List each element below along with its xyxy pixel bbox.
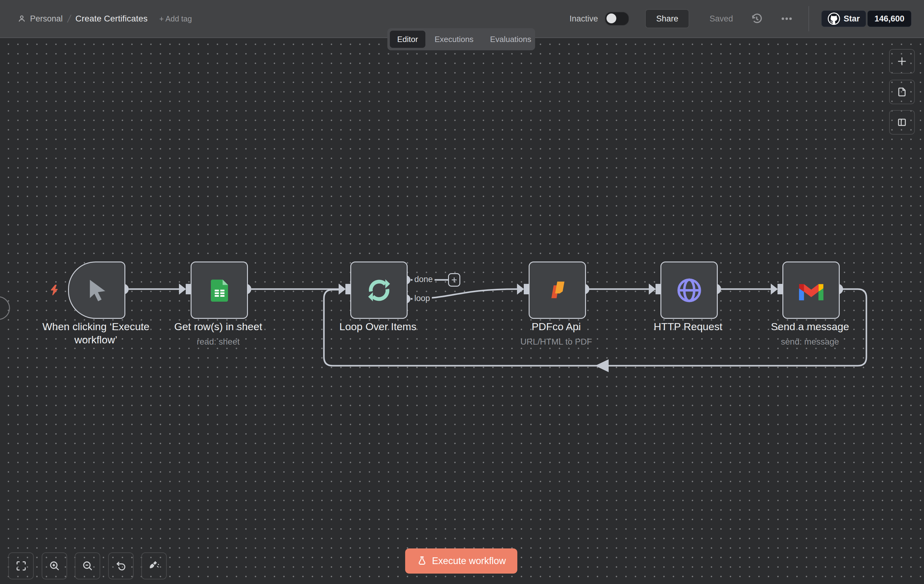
tidy-up-button[interactable] [141,553,167,579]
workflow-title[interactable]: Create Certificates [75,14,148,23]
view-tabs: Editor Executions Evaluations [388,28,535,50]
broom-icon [148,560,160,572]
tab-executions[interactable]: Executions [427,31,481,48]
wire-arrowhead [179,284,186,294]
wire-arrowhead [517,284,524,294]
execute-workflow-button[interactable]: Execute workflow [405,548,517,574]
toggle-knob [607,13,616,23]
execute-workflow-label: Execute workflow [432,556,506,566]
node-subtitle: send: message [742,335,878,348]
node-http-request[interactable] [660,261,718,319]
node-label-pdfco-api: PDFco Api URL/HTML to PDF [489,320,624,348]
github-star-button[interactable]: Star [821,10,866,27]
zoom-in-button[interactable] [42,553,67,579]
zoom-out-button[interactable] [75,553,100,579]
breadcrumb-project[interactable]: Personal [17,14,63,23]
header-actions: Inactive Share Saved [569,0,911,37]
split-panel-icon [896,116,908,128]
lightning-bolt-icon [49,285,59,296]
history-icon [751,13,763,25]
node-subtitle: read: sheet [151,335,285,348]
add-tag-button[interactable]: + Add tag [159,15,192,23]
tab-editor[interactable]: Editor [390,31,426,48]
person-icon [17,14,26,23]
node-loop-over-items[interactable] [350,261,408,319]
node-label-google-sheets: Get row(s) in sheet read: sheet [151,320,285,348]
zoom-to-fit-button[interactable] [8,553,34,579]
undo-icon [115,560,127,572]
node-subtitle: URL/HTML to PDF [489,335,624,348]
sync-loop-icon [365,276,393,304]
workflow-history-button[interactable] [750,12,763,25]
output-label-loop: loop [412,293,432,303]
globe-icon [675,276,703,304]
pdfco-documents-icon [544,277,571,304]
github-star-count[interactable]: 146,600 [867,10,911,27]
wire-arrowhead [771,284,778,294]
node-label-manual-trigger: When clicking ‘Execute workflow’ [36,320,156,346]
undo-button[interactable] [108,553,134,579]
note-icon [896,86,908,98]
plus-icon [450,276,458,284]
offscreen-node-edge [0,297,10,319]
github-octocat-icon [828,13,840,25]
more-options-button[interactable] [780,12,793,25]
output-label-done: done [412,275,435,285]
share-button[interactable]: Share [645,9,689,28]
tab-evaluations[interactable]: Evaluations [483,31,538,48]
node-google-sheets[interactable] [191,261,248,319]
node-label-loop-over-items: Loop Over Items [310,320,445,333]
activation-status-label: Inactive [569,14,598,23]
flask-icon [416,556,427,566]
ellipsis-icon [780,13,793,25]
header-divider [808,6,809,31]
activation-toggle[interactable] [605,12,629,26]
saved-status: Saved [710,14,733,23]
plus-icon [896,56,908,67]
fit-view-icon [15,560,27,572]
node-pdfco-api[interactable] [529,261,586,319]
cursor-icon [84,278,110,303]
zoom-out-icon [81,560,94,572]
github-star-widget: Star 146,600 [821,10,911,27]
node-gmail[interactable] [782,261,840,319]
breadcrumb: Personal / Create Certificates + Add tag [17,13,192,25]
add-node-after-done-button[interactable] [448,273,460,287]
toggle-panel-button[interactable] [889,110,915,135]
add-node-button[interactable] [889,49,915,74]
wire-arrowhead [649,284,656,294]
zoom-in-icon [48,560,61,572]
node-label-http-request: HTTP Request [620,320,756,333]
n8n-workflow-editor: done loop When clicking ‘Execute workflo… [0,0,924,584]
gmail-icon [797,279,825,301]
node-manual-trigger[interactable] [68,261,125,319]
add-sticky-note-button[interactable] [889,80,915,104]
wire-arrowhead [339,284,346,294]
breadcrumb-separator: / [66,13,72,25]
wire-arrowhead-loopback [595,359,609,372]
google-sheets-icon [206,278,232,303]
github-star-label: Star [844,14,860,23]
node-label-gmail: Send a message send: message [742,320,878,348]
